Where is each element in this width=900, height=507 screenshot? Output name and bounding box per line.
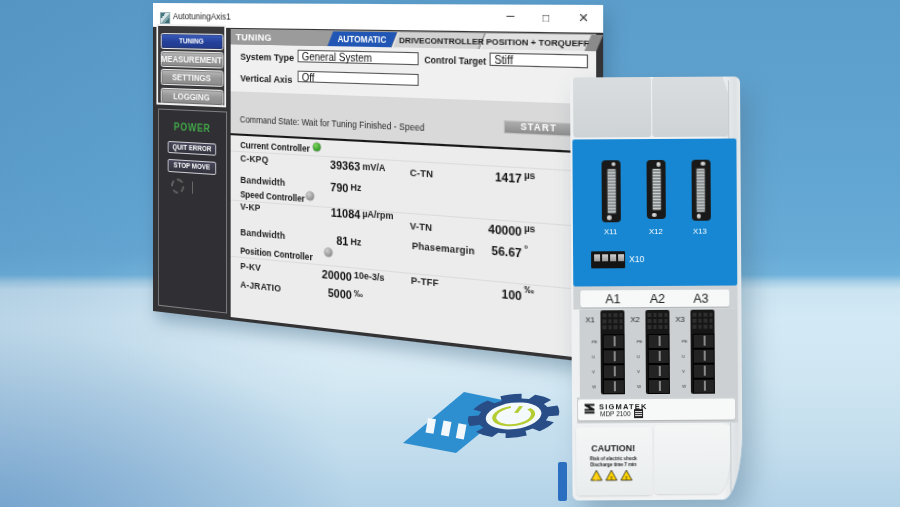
svg-text:!: ! [625,474,627,480]
svg-text:!: ! [610,474,612,480]
svg-text:⚡: ⚡ [592,472,601,481]
